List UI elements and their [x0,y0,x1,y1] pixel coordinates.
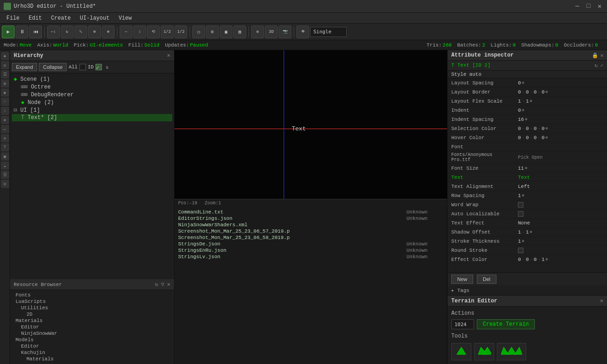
menu-view[interactable]: View [114,14,137,22]
sidebar-icon-1[interactable]: ▲ [1,52,9,60]
resource-2d[interactable]: 2D [12,311,172,317]
sidebar-icon-11[interactable]: T [1,143,9,151]
terrain-size-input[interactable]: 1024 [451,319,474,329]
attr-close-icon[interactable]: ✕ [600,52,603,58]
resource-ninjasnowwar[interactable]: NinjaSnowWar [12,330,172,337]
file-screenshot1[interactable]: Screenshot_Mon_Mar_25_23_06_57_2019.p [176,228,445,234]
view-button[interactable]: ▤ [233,26,246,38]
file-stringslv[interactable]: StringsLv.json Unknown [176,254,445,260]
menu-file[interactable]: File [2,14,24,22]
file-editorstrings[interactable]: EditorStrings.json Unknown [176,215,445,222]
stop-button[interactable]: ⏮ [29,26,42,38]
box-button[interactable]: ▣ [220,26,232,38]
cube-button[interactable]: ◻ [192,26,205,38]
sidebar-icon-12[interactable]: ▣ [1,152,9,161]
collapse-button[interactable]: Collapse [39,63,67,71]
maximize-button[interactable]: □ [585,2,592,10]
rotate-tool-button[interactable]: ↻ [61,26,74,38]
select-tool-button[interactable]: ⊕ [88,26,101,38]
sidebar-icon-7[interactable]: ↕ [1,107,9,115]
minimize-button[interactable]: — [574,2,581,10]
attr-scroll[interactable]: Layout Spacing 0 ⊕ Layout Border 0 ·0 ·0… [448,78,607,272]
sidebar-icon-15[interactable]: ⊟ [1,180,9,188]
auto-localizable-checkbox[interactable] [518,211,523,217]
sidebar-icon-5[interactable]: ◆ [1,88,9,97]
tool8-button[interactable]: ⟲ [147,26,160,38]
resource-close-icon[interactable]: ✕ [167,281,170,288]
scale-tool-button[interactable]: ⤡ [74,26,87,38]
viewport[interactable]: Text Pos: -10 Zoom: 1 [174,50,447,207]
word-wrap-checkbox[interactable] [518,202,523,208]
tree-item-scene[interactable]: ◆ Scene (1) [12,75,172,83]
tree-item-text[interactable]: T Text* [2] [12,114,172,121]
tree-item-node[interactable]: ◆ Node (2) [12,99,172,106]
sidebar-icon-14[interactable]: ☰ [1,171,9,179]
resource-models[interactable]: Models [12,337,172,343]
file-stringsenru[interactable]: StringsEnRu.json Unknown [176,247,445,254]
menu-ui-layout[interactable]: UI-layout [75,14,114,22]
sidebar-icon-8[interactable]: ⊕ [1,116,9,124]
move-tool-button[interactable]: ↔↕ [47,26,60,38]
terrain-tool-smooth[interactable] [474,343,494,360]
resource-fonts[interactable]: Fonts [12,292,172,298]
resource-editor2[interactable]: Editor [12,343,172,349]
sidebar-icon-13[interactable]: ☁ [1,161,9,170]
tree-item-debugrenderer[interactable]: ⊞⊞ DebugRenderer [12,91,172,99]
sidebar-icon-4[interactable]: ⊞ [1,79,9,88]
file-stringsde[interactable]: StringsDe.json Unknown [176,241,445,247]
resource-luascripts[interactable]: LuaScripts [12,298,172,305]
resource-editor[interactable]: Editor [12,324,172,330]
sidebar-icon-3[interactable]: ☰ [1,70,9,78]
file-screenshot2[interactable]: Screenshot_Mon_Mar_25_23_06_58_2019.p [176,234,445,241]
play-button[interactable]: ▶ [2,26,15,38]
resource-materials2[interactable]: Materials [12,356,172,362]
terrain-close-icon[interactable]: ✕ [600,297,603,304]
sidebar-icon-10[interactable]: ⊘ [1,134,9,142]
round-stroke-checkbox[interactable] [518,248,523,253]
file-list[interactable]: CommandLine.txt Unknown EditorStrings.js… [174,207,447,364]
tree-item-octree[interactable]: ⊞⊞ Octree [12,83,172,91]
tool7-button[interactable]: ↕ [133,26,146,38]
menu-create[interactable]: Create [47,14,75,22]
sort-icon[interactable]: ⇅ [106,64,109,70]
resource-kachujin[interactable]: Kachujin [12,349,172,356]
attr-refresh-icon[interactable]: ↻ [595,62,598,68]
attr-lock-icon[interactable]: 🔒 [592,52,598,58]
grid-button[interactable]: ⊞ [251,26,264,38]
gear-button[interactable]: ⚙ [206,26,219,38]
menu-edit[interactable]: Edit [24,14,47,22]
terrain-create-button[interactable]: Create Terrain [477,319,535,329]
resource-refresh-icon[interactable]: ↻ [155,281,158,288]
file-ninjasnow[interactable]: NinjaSnowWarShaders.xml [176,222,445,228]
3d-button[interactable]: 3D [265,26,278,38]
tool9-button[interactable]: 1/2 [161,26,174,38]
all-checkbox[interactable] [79,64,86,70]
attr-del-button[interactable]: Del [477,275,496,284]
resource-tree[interactable]: Fonts LuaScripts Utilities 2D Materials … [10,290,174,364]
tree-view[interactable]: ◆ Scene (1) ⊞⊞ Octree ⊞⊞ DebugRenderer ◆… [10,73,174,279]
pause-button[interactable]: ⏸ [16,26,28,38]
tree-item-ui[interactable]: ⊟ UI [1] [12,106,172,114]
tool10-button[interactable]: 1/2 [174,26,187,38]
resource-materials[interactable]: Materials [12,317,172,324]
terrain-tool-flatten[interactable] [497,343,526,360]
font-open-button[interactable]: Open [532,155,543,160]
eye-button[interactable]: 👁 [296,26,309,38]
tool5-button[interactable]: ⊕ [102,26,115,38]
file-commandline[interactable]: CommandLine.txt Unknown [176,209,445,215]
sidebar-icon-9[interactable]: ✏ [1,125,9,133]
resource-filter-icon[interactable]: ▽ [161,281,164,288]
terrain-tool-raise[interactable] [451,343,471,360]
font-pick-button[interactable]: Pick [518,155,529,160]
sidebar-icon-2[interactable]: ◎ [1,61,9,69]
attr-new-button[interactable]: New [451,275,473,284]
tool6-button[interactable]: ↔ [120,26,132,38]
expand-button[interactable]: Expand [12,63,37,71]
resource-utilities[interactable]: Utilities [12,305,172,311]
id-checkbox[interactable]: ✓ [95,64,102,70]
camera-mode-input[interactable]: Single [310,27,347,37]
attr-confirm-icon[interactable]: ✓ [600,62,603,68]
camera-button[interactable]: 📷 [279,26,291,38]
close-button[interactable]: ✕ [596,2,603,10]
hierarchy-close-button[interactable]: ✕ [167,52,170,59]
